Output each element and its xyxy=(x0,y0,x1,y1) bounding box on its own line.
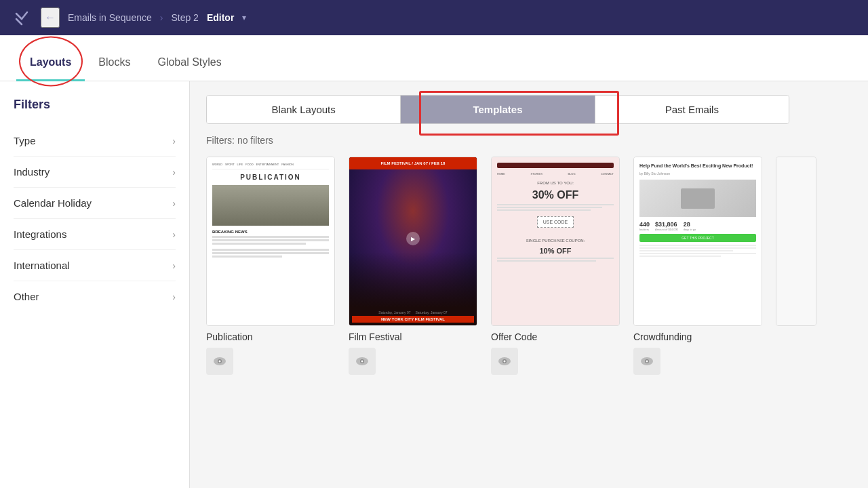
svg-point-14 xyxy=(646,361,648,363)
chevron-right-icon: › xyxy=(172,291,176,302)
filter-industry-label: Industry xyxy=(14,166,50,178)
template-name-film-festival: Film Festival xyxy=(349,331,477,342)
tab-switcher-container: Blank Layouts Templates Past Emails xyxy=(206,95,852,124)
template-name-crowdfunding: Crowdfunding xyxy=(633,331,762,342)
tab-blocks[interactable]: Blocks xyxy=(85,45,144,81)
sidebar-title: Filters xyxy=(14,98,176,112)
filter-other-label: Other xyxy=(14,291,39,302)
main-content: Filters Type › Industry › Calendar Holid… xyxy=(0,81,868,488)
breadcrumb: Emails in Sequence xyxy=(68,12,152,23)
filters-status-label: Filters: no filters xyxy=(206,135,852,146)
step-label: Step 2 xyxy=(171,12,198,23)
tab-blank-layouts[interactable]: Blank Layouts xyxy=(207,96,401,123)
filter-integrations-label: Integrations xyxy=(14,228,66,240)
preview-button-crowdfunding[interactable] xyxy=(633,348,660,375)
breadcrumb-separator: › xyxy=(160,12,163,23)
back-button[interactable]: ← xyxy=(41,7,60,28)
chevron-right-icon: › xyxy=(172,198,176,209)
content-area: Blank Layouts Templates Past Emails Filt… xyxy=(190,81,868,488)
svg-line-2 xyxy=(16,19,22,24)
tab-global-styles[interactable]: Global Styles xyxy=(144,45,235,81)
tab-templates[interactable]: Templates xyxy=(401,96,595,123)
filters-sidebar: Filters Type › Industry › Calendar Holid… xyxy=(0,81,190,488)
preview-button-film-festival[interactable] xyxy=(349,348,376,375)
template-thumbnail-offer-code: HOMESTORIESBLOGCONTACT FROM US TO YOU: 3… xyxy=(491,157,620,326)
filter-industry[interactable]: Industry › xyxy=(14,157,176,188)
svg-point-11 xyxy=(504,361,506,363)
templates-grid: WORLDSPORTLIFEFOODENTERTAINMENTFASHION P… xyxy=(206,157,852,375)
template-card-partial xyxy=(776,157,816,375)
filter-international-label: International xyxy=(14,260,70,271)
sub-navigation: Layouts Blocks Global Styles xyxy=(0,35,868,81)
template-thumbnail-crowdfunding: Help Fund the World's Best Exciting New … xyxy=(633,157,762,326)
svg-line-1 xyxy=(22,12,27,19)
filter-type-label: Type xyxy=(14,135,36,146)
template-card-offer-code[interactable]: HOMESTORIESBLOGCONTACT FROM US TO YOU: 3… xyxy=(491,157,620,375)
svg-line-0 xyxy=(16,14,22,19)
logo-icon xyxy=(11,7,33,28)
svg-point-8 xyxy=(361,361,363,363)
editor-label: Editor xyxy=(207,12,234,23)
chevron-right-icon: › xyxy=(172,167,176,178)
template-thumbnail-partial xyxy=(776,157,816,326)
template-card-film-festival[interactable]: FILM FESTIVAL / JAN 07 / FEB 18 ▶ Saturd… xyxy=(349,157,477,375)
chevron-right-icon: › xyxy=(172,136,176,146)
filter-calendar-label: Calendar Holiday xyxy=(14,197,92,209)
template-name-offer-code: Offer Code xyxy=(491,331,620,342)
template-card-crowdfunding[interactable]: Help Fund the World's Best Exciting New … xyxy=(633,157,762,375)
filter-other[interactable]: Other › xyxy=(14,281,176,312)
editor-dropdown-icon[interactable]: ▾ xyxy=(242,13,246,22)
top-navigation: ← Emails in Sequence › Step 2 Editor ▾ xyxy=(0,0,868,35)
template-thumbnail-film-festival: FILM FESTIVAL / JAN 07 / FEB 18 ▶ Saturd… xyxy=(349,157,477,326)
filter-calendar-holiday[interactable]: Calendar Holiday › xyxy=(14,188,176,219)
content-tab-switcher: Blank Layouts Templates Past Emails xyxy=(206,95,789,124)
preview-button-offer-code[interactable] xyxy=(491,348,518,375)
filter-type[interactable]: Type › xyxy=(14,125,176,157)
template-card-publication[interactable]: WORLDSPORTLIFEFOODENTERTAINMENTFASHION P… xyxy=(206,157,335,375)
template-name-publication: Publication xyxy=(206,331,335,342)
filter-international[interactable]: International › xyxy=(14,250,176,281)
chevron-right-icon: › xyxy=(172,260,176,271)
tab-layouts[interactable]: Layouts xyxy=(16,45,85,81)
preview-button-publication[interactable] xyxy=(206,348,233,375)
tab-past-emails[interactable]: Past Emails xyxy=(595,96,789,123)
filter-integrations[interactable]: Integrations › xyxy=(14,219,176,250)
svg-point-5 xyxy=(219,361,221,363)
template-thumbnail-publication: WORLDSPORTLIFEFOODENTERTAINMENTFASHION P… xyxy=(206,157,335,326)
chevron-right-icon: › xyxy=(172,229,176,240)
